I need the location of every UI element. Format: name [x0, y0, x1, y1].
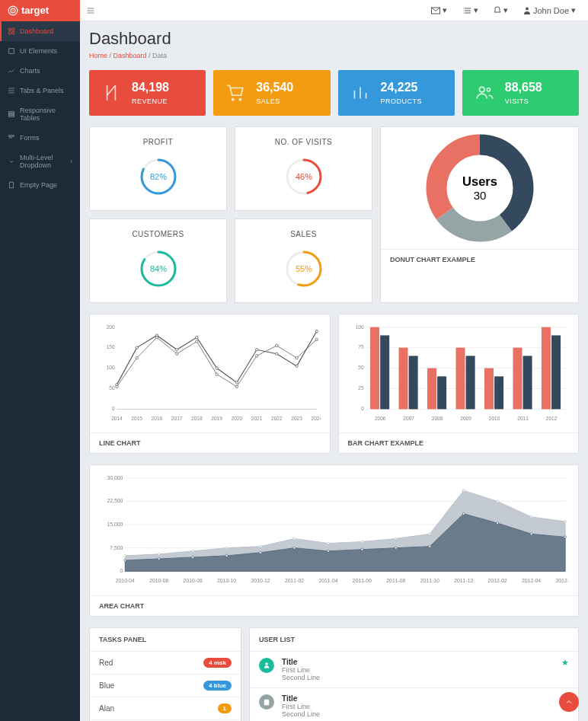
- user-icon: [263, 662, 270, 669]
- scroll-top-button[interactable]: [559, 692, 579, 712]
- svg-point-51: [175, 353, 177, 355]
- area-footer: AREA CHART: [90, 595, 578, 616]
- tasks-panel: TASKS PANEL Red4 mskBlue4 blueAlan1Alan4…: [89, 627, 241, 721]
- users-title: USER LIST: [250, 628, 578, 652]
- nav-icon: [8, 181, 15, 189]
- svg-point-4: [526, 7, 529, 10]
- gift-icon: [263, 698, 270, 706]
- stat-sales[interactable]: 36,540SALES: [213, 70, 330, 116]
- star-button[interactable]: ★: [561, 658, 569, 668]
- tasks-dropdown[interactable]: ▾: [459, 2, 481, 18]
- svg-text:2018: 2018: [191, 416, 203, 421]
- stat-revenue[interactable]: 84,198REVENUE: [89, 70, 206, 116]
- breadcrumb: Home / Dashboard / Data: [89, 52, 579, 59]
- svg-text:2023: 2023: [291, 416, 302, 421]
- svg-point-128: [124, 560, 126, 562]
- svg-point-130: [192, 557, 194, 559]
- svg-text:2010-08: 2010-08: [184, 578, 203, 583]
- messages-dropdown[interactable]: ▾: [428, 2, 450, 18]
- svg-point-54: [235, 385, 238, 388]
- svg-point-134: [327, 550, 329, 553]
- task-row[interactable]: Alan1: [90, 697, 241, 720]
- svg-text:2010-04: 2010-04: [116, 578, 135, 583]
- user-dropdown[interactable]: John Doe ▾: [520, 2, 579, 18]
- svg-text:2008: 2008: [431, 416, 443, 421]
- svg-point-53: [216, 373, 218, 375]
- chevron-down-icon: ▾: [474, 5, 478, 15]
- target-icon: [8, 5, 18, 16]
- svg-point-139: [497, 522, 499, 525]
- user-row[interactable]: TitleFirst LineSecond Line ★: [250, 688, 578, 721]
- svg-point-44: [255, 349, 257, 351]
- svg-point-123: [429, 533, 431, 535]
- stat-visits[interactable]: 88,658VISITS: [462, 70, 579, 116]
- menu-icon: [86, 6, 95, 15]
- svg-text:2010-12: 2010-12: [251, 578, 270, 583]
- users-panel: USER LIST TitleFirst LineSecond Line ★ T…: [249, 627, 579, 721]
- nav-tabs-panels[interactable]: Tabs & Panels: [0, 81, 80, 100]
- nav-responsive-tables[interactable]: Responsive Tables: [0, 100, 80, 128]
- svg-text:2012-06: 2012-06: [556, 578, 569, 583]
- svg-point-117: [225, 547, 228, 549]
- svg-point-40: [175, 349, 177, 351]
- svg-point-129: [158, 558, 160, 560]
- svg-text:2009: 2009: [460, 416, 471, 421]
- sidebar-toggle[interactable]: [80, 0, 101, 21]
- donut-chart-panel: Users 30 DONUT CHART EXAMPLE: [380, 126, 579, 303]
- nav-icon: [8, 27, 15, 35]
- nav-icon: [8, 47, 15, 55]
- svg-text:2011-12: 2011-12: [454, 578, 473, 583]
- nav-dashboard[interactable]: Dashboard: [0, 21, 80, 41]
- task-row[interactable]: Blue4 blue: [90, 675, 241, 697]
- svg-point-133: [293, 547, 296, 549]
- svg-rect-73: [398, 348, 407, 410]
- chevron-down-icon: ▾: [443, 5, 447, 15]
- svg-point-127: [564, 521, 567, 523]
- svg-point-118: [260, 545, 262, 547]
- svg-point-131: [225, 555, 228, 557]
- svg-point-141: [564, 536, 567, 538]
- brand-logo[interactable]: target: [0, 0, 80, 21]
- svg-text:2010-10: 2010-10: [217, 578, 236, 583]
- alerts-dropdown[interactable]: ▾: [491, 2, 511, 18]
- svg-text:2010-06: 2010-06: [149, 578, 168, 583]
- svg-point-2: [12, 10, 14, 11]
- nav-ui-elements[interactable]: UI Elements: [0, 41, 80, 61]
- gauge-profit: PROFIT 82%: [89, 126, 227, 211]
- svg-rect-71: [380, 335, 389, 409]
- nav-charts[interactable]: Charts: [0, 61, 80, 81]
- area-chart-panel: 07,50015,00022,50030,0002010-042010-0620…: [89, 464, 579, 617]
- nav-empty-page[interactable]: Empty Page: [0, 175, 80, 195]
- svg-point-116: [192, 550, 194, 553]
- chevron-right-icon: ›: [70, 158, 72, 165]
- svg-text:2012-04: 2012-04: [522, 578, 541, 583]
- svg-text:2010: 2010: [488, 416, 500, 421]
- svg-text:50: 50: [109, 385, 115, 391]
- svg-point-55: [255, 355, 257, 357]
- nav-multi-level-dropdown[interactable]: Multi-Level Dropdown›: [0, 148, 80, 175]
- breadcrumb-home[interactable]: Home: [89, 52, 107, 59]
- chevron-down-icon: ▾: [503, 5, 508, 15]
- svg-text:2011-02: 2011-02: [285, 578, 304, 583]
- svg-rect-82: [484, 368, 493, 410]
- stat-products[interactable]: 24,225PRODUCTS: [338, 70, 455, 116]
- gauge-sales: SALES 55%: [235, 219, 372, 303]
- brand-text: target: [21, 5, 49, 16]
- bell-icon: [494, 6, 501, 15]
- svg-text:150: 150: [107, 344, 115, 349]
- nav-icon: [8, 110, 15, 118]
- svg-text:84%: 84%: [149, 264, 166, 273]
- svg-point-120: [327, 542, 329, 544]
- nav-forms[interactable]: Forms: [0, 128, 80, 148]
- user-row[interactable]: TitleFirst LineSecond Line ★: [250, 652, 578, 688]
- user-icon: [523, 6, 531, 15]
- svg-text:100: 100: [355, 324, 363, 330]
- svg-text:25: 25: [358, 385, 364, 391]
- svg-point-47: [315, 330, 318, 332]
- task-row[interactable]: Red4 msk: [90, 652, 241, 675]
- svg-text:0: 0: [112, 406, 115, 411]
- svg-text:2021: 2021: [251, 416, 263, 421]
- svg-rect-83: [494, 376, 503, 409]
- breadcrumb-dashboard[interactable]: Dashboard: [113, 52, 147, 59]
- svg-text:2011: 2011: [517, 416, 529, 421]
